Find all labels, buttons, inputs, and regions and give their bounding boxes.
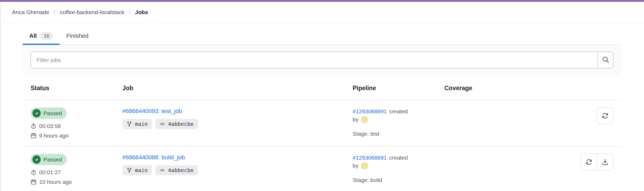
stage-text: Stage: test xyxy=(353,131,444,137)
status-badge[interactable]: Passed xyxy=(31,154,67,165)
commit-sha: 4abbecbe xyxy=(168,121,193,127)
tab-all-label: All xyxy=(29,32,37,39)
job-duration: 00:01:27 xyxy=(31,169,122,176)
pipeline-cell: #1293068691 created by Stage: test xyxy=(353,107,444,139)
branch-icon xyxy=(127,121,132,127)
retry-button[interactable] xyxy=(597,107,613,124)
job-tags: main 4abbecbe xyxy=(122,119,353,129)
job-cell: #6866440088: build_job main 4abbecbe xyxy=(122,154,353,185)
header-actions xyxy=(524,75,613,100)
branch-name: main xyxy=(135,167,148,173)
job-duration: 00:03:56 xyxy=(31,122,122,130)
download-button[interactable] xyxy=(597,154,613,170)
by-text: by xyxy=(353,162,358,170)
pipeline-link[interactable]: #1293068691 xyxy=(353,107,387,115)
job-cell: #6866440093: test_job main 4abbecbe xyxy=(122,107,353,139)
filter-panel xyxy=(23,45,621,75)
tab-all[interactable]: All 16 xyxy=(23,26,60,44)
commit-tag[interactable]: 4abbecbe xyxy=(155,165,198,175)
branch-icon xyxy=(127,168,132,173)
commit-tag[interactable]: 4abbecbe xyxy=(155,119,198,129)
pipeline-author-avatar[interactable] xyxy=(361,116,368,123)
header-status: Status xyxy=(31,75,122,100)
retry-icon xyxy=(585,158,593,166)
pipeline-author-avatar[interactable] xyxy=(361,162,368,169)
duration-text: 00:01:27 xyxy=(39,169,61,176)
job-age: 10 hours ago xyxy=(31,178,122,185)
tab-all-count-badge: 16 xyxy=(40,32,53,40)
coverage-cell xyxy=(444,154,524,185)
age-text: 10 hours ago xyxy=(39,178,72,185)
duration-text: 00:03:56 xyxy=(39,122,61,130)
age-text: 9 hours ago xyxy=(39,132,69,139)
header-pipeline: Pipeline xyxy=(353,75,444,100)
job-tags: main 4abbecbe xyxy=(122,165,353,175)
window-left-edge xyxy=(0,2,1,191)
filter-jobs-input[interactable] xyxy=(31,52,598,68)
job-row: Passed 00:03:56 9 hours ago #6866440093:… xyxy=(23,100,621,146)
breadcrumb-separator: / xyxy=(129,9,130,15)
breadcrumb-current-page: Jobs xyxy=(135,9,148,15)
pipeline-cell: #1293068691 created by Stage: build xyxy=(353,154,444,185)
search-button[interactable] xyxy=(598,52,613,68)
actions-cell xyxy=(524,107,613,139)
branch-tag[interactable]: main xyxy=(122,165,152,175)
actions-cell xyxy=(524,154,613,185)
status-cell: Passed 00:03:56 9 hours ago xyxy=(31,107,122,139)
job-link[interactable]: #6866440093: test_job xyxy=(122,107,182,115)
status-badge[interactable]: Passed xyxy=(31,107,67,119)
created-text: created xyxy=(389,154,408,162)
status-badge-label: Passed xyxy=(43,110,62,117)
status-badge-label: Passed xyxy=(43,156,62,163)
tab-finished[interactable]: Finished xyxy=(60,26,95,44)
top-accent-bar xyxy=(0,0,644,2)
job-link[interactable]: #6866440088: build_job xyxy=(122,154,185,161)
calendar-icon xyxy=(31,179,36,185)
breadcrumb-separator: / xyxy=(54,9,55,15)
retry-button[interactable] xyxy=(581,154,597,170)
timer-icon xyxy=(31,123,36,129)
commit-sha: 4abbecbe xyxy=(168,167,193,173)
job-age: 9 hours ago xyxy=(31,132,122,139)
header-coverage: Coverage xyxy=(444,75,524,100)
by-text: by xyxy=(353,115,358,123)
pipeline-link[interactable]: #1293068691 xyxy=(353,154,387,162)
header-job: Job xyxy=(122,75,353,100)
job-row: Passed 00:01:27 10 hours ago #6866440088… xyxy=(23,146,621,191)
status-check-circle-icon xyxy=(32,155,41,164)
calendar-icon xyxy=(31,133,36,139)
stage-text: Stage: build xyxy=(353,177,444,183)
breadcrumb: Anca Ghenade / coffee-backend-localstack… xyxy=(0,2,644,23)
status-cell: Passed 00:01:27 10 hours ago xyxy=(31,154,122,185)
search-icon xyxy=(602,56,609,64)
filter-input-group xyxy=(31,52,613,68)
branch-name: main xyxy=(135,121,148,127)
retry-icon xyxy=(601,112,609,119)
commit-icon xyxy=(160,168,165,173)
branch-tag[interactable]: main xyxy=(122,119,152,129)
coverage-cell xyxy=(444,107,524,139)
commit-icon xyxy=(160,121,165,127)
download-icon xyxy=(601,158,609,166)
timer-icon xyxy=(31,169,36,175)
jobs-tabs: All 16 Finished xyxy=(23,26,621,45)
jobs-table-header: Status Job Pipeline Coverage xyxy=(23,75,621,100)
tab-finished-label: Finished xyxy=(66,32,88,39)
status-check-circle-icon xyxy=(32,109,41,117)
actions-button-group xyxy=(581,154,613,170)
breadcrumb-link-user[interactable]: Anca Ghenade xyxy=(12,9,49,15)
created-text: created xyxy=(389,107,408,115)
breadcrumb-link-project[interactable]: coffee-backend-localstack xyxy=(60,9,124,15)
